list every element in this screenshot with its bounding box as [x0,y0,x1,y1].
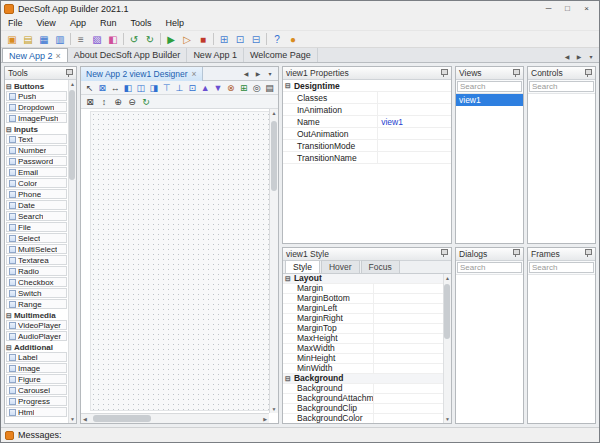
tool-file[interactable]: File [6,222,67,232]
menu-help[interactable]: Help [158,18,191,28]
align-bottom-icon[interactable]: ⊥ [173,81,186,94]
zoom-icon[interactable]: ◎ [250,81,263,94]
tool-push[interactable]: Push [6,91,67,101]
tool-switch[interactable]: Switch [6,288,67,298]
new-app-icon[interactable]: ▣ [4,32,20,47]
menu-tools[interactable]: Tools [123,18,158,28]
tool-text[interactable]: Text [6,134,67,144]
design-canvas[interactable]: ▲ ▼ ◀ ▶ [81,109,278,423]
style-property-value[interactable] [374,334,443,343]
designer-scroll-left-icon[interactable]: ◀ [240,68,252,80]
menu-view[interactable]: View [30,18,63,28]
align-center-icon[interactable]: ◫ [134,81,147,94]
save-app-icon[interactable]: ▦ [36,32,52,47]
tool-checkbox[interactable]: Checkbox [6,277,67,287]
property-row-transitionname[interactable]: TransitionName [283,152,451,164]
property-value[interactable] [378,152,451,163]
controls-search-input[interactable] [529,81,594,92]
design-grid-surface[interactable] [90,111,278,411]
tool-textarea[interactable]: Textarea [6,255,67,265]
style-row-backgroundclip[interactable]: BackgroundClip [283,404,443,414]
style-property-value[interactable] [374,304,443,313]
doc-tab-about-decsoft-app-builder[interactable]: About DecSoft App Builder [68,48,188,62]
designer-tab[interactable]: New App 2 view1 Designer × [81,67,203,81]
save-app-as-icon[interactable]: ▥ [52,32,68,47]
style-row-marginright[interactable]: MarginRight [283,314,443,324]
style-property-value[interactable] [374,324,443,333]
style-scrollbar-thumb[interactable] [444,284,450,339]
style-tab-focus[interactable]: Focus [361,260,400,273]
views-search-input[interactable] [457,81,522,92]
scroll-down-icon[interactable]: ▼ [70,416,75,422]
tool-color[interactable]: Color [6,178,67,188]
tool-dropdown[interactable]: Dropdown [6,102,67,112]
tools-section-additional[interactable]: ⊟Additional [6,342,67,352]
property-value[interactable]: view1 [378,116,451,127]
tools-section-buttons[interactable]: ⊟Buttons [6,81,67,91]
pin-icon[interactable] [584,69,592,78]
style-property-value[interactable] [374,314,443,323]
pin-icon[interactable] [512,69,520,78]
style-row-margin[interactable]: Margin [283,284,443,294]
doc-tab-new-app-1[interactable]: New App 1 [187,48,244,62]
tools-scrollbar-thumb[interactable] [69,90,75,180]
tool-videoplayer[interactable]: VideoPlayer [6,320,67,330]
pin-icon[interactable] [512,249,520,258]
style-property-value[interactable] [374,284,443,293]
scroll-down-icon[interactable]: ▼ [445,416,450,422]
pin-icon[interactable] [65,69,73,78]
new-view-icon[interactable]: ⊞ [216,32,232,47]
style-row-maxheight[interactable]: MaxHeight [283,334,443,344]
zoom-in-icon[interactable]: ⊕ [111,95,125,108]
print-design-icon[interactable]: ▤ [263,81,276,94]
tool-password[interactable]: Password [6,156,67,166]
tools-section-multimedia[interactable]: ⊟Multimedia [6,310,67,320]
canvas-horizontal-scrollbar[interactable]: ◀ ▶ [81,413,269,423]
tool-email[interactable]: Email [6,167,67,177]
new-dialog-icon[interactable]: ⊡ [232,32,248,47]
property-value[interactable] [378,128,451,139]
style-property-value[interactable] [374,294,443,303]
new-frame-icon[interactable]: ⊟ [248,32,264,47]
pointer-tool-icon[interactable]: ↖ [83,81,96,94]
style-tab-hover[interactable]: Hover [321,260,360,273]
run-app-icon[interactable]: ▶ [163,32,179,47]
designer-scroll-right-icon[interactable]: ▶ [252,68,264,80]
send-to-back-icon[interactable]: ▼ [212,81,225,94]
doc-tab-new-app-2[interactable]: New App 2× [2,48,68,62]
pin-icon[interactable] [440,69,448,78]
pan-tool-icon[interactable]: ↕ [97,95,111,108]
tool-radio[interactable]: Radio [6,266,67,276]
marquee-select-icon[interactable]: ⊠ [83,95,97,108]
style-tab-style[interactable]: Style [285,260,320,273]
tool-select[interactable]: Select [6,233,67,243]
tool-audioplayer[interactable]: AudioPlayer [6,331,67,341]
doc-tab-welcome-page[interactable]: Welcome Page [244,48,318,62]
style-property-value[interactable] [374,364,443,373]
view-item-view1[interactable]: view1 [456,94,523,106]
debug-app-icon[interactable]: ▷ [179,32,195,47]
property-row-transitionmode[interactable]: TransitionMode [283,140,451,152]
align-right-icon[interactable]: ◨ [147,81,160,94]
zoom-out-icon[interactable]: ⊖ [125,95,139,108]
messages-bar[interactable]: Messages: [1,427,599,442]
tool-progress[interactable]: Progress [6,396,67,406]
style-row-maxwidth[interactable]: MaxWidth [283,344,443,354]
property-row-name[interactable]: Nameview1 [283,116,451,128]
menu-app[interactable]: App [63,18,93,28]
about-icon[interactable]: ● [285,32,301,47]
align-top-icon[interactable]: ⊤ [160,81,173,94]
style-row-marginleft[interactable]: MarginLeft [283,304,443,314]
help-icon[interactable]: ? [269,32,285,47]
style-property-value[interactable] [374,394,443,403]
style-row-marginbottom[interactable]: MarginBottom [283,294,443,304]
redo-icon[interactable]: ↻ [142,32,158,47]
same-size-icon[interactable]: ⊡ [186,81,199,94]
pin-icon[interactable] [584,249,592,258]
scroll-left-icon[interactable]: ◀ [83,416,87,422]
dialogs-search-input[interactable] [457,262,522,273]
minimize-button[interactable]: ─ [539,2,558,15]
tool-multiselect[interactable]: MultiSelect [6,244,67,254]
style-property-value[interactable] [374,354,443,363]
scroll-up-icon[interactable]: ▲ [445,275,450,281]
